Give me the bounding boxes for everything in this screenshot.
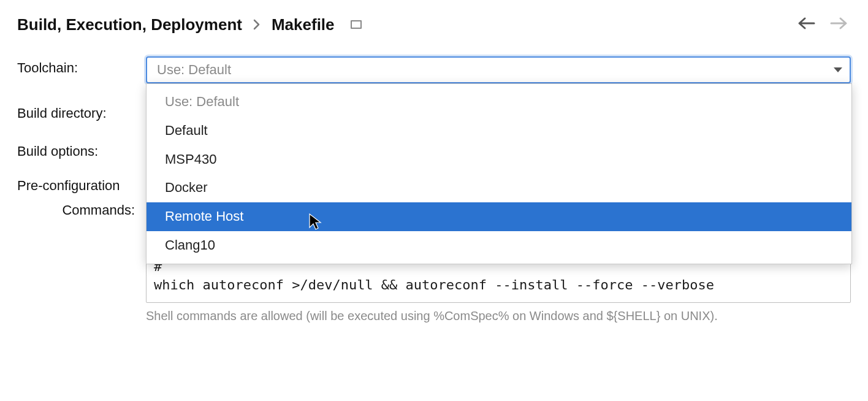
build-directory-label: Build directory: bbox=[17, 102, 146, 121]
toolchain-label: Toolchain: bbox=[17, 56, 146, 76]
build-options-label: Build options: bbox=[17, 140, 146, 159]
chevron-down-icon bbox=[834, 67, 842, 72]
toolchain-dropdown: Use: Default Default MSP430 Docker Remot… bbox=[146, 83, 852, 264]
chevron-right-icon bbox=[253, 19, 261, 30]
dropdown-option-msp430[interactable]: MSP430 bbox=[147, 145, 851, 174]
back-arrow-icon[interactable] bbox=[797, 15, 815, 34]
dropdown-option-use-default[interactable]: Use: Default bbox=[147, 88, 851, 116]
pre-configuration-label: Pre-configuration bbox=[17, 178, 120, 194]
window-icon bbox=[351, 20, 362, 29]
commands-hint: Shell commands are allowed (will be exec… bbox=[146, 309, 851, 323]
dropdown-option-clang10[interactable]: Clang10 bbox=[147, 231, 851, 260]
toolchain-select[interactable]: Use: Default bbox=[146, 56, 851, 83]
forward-arrow-icon bbox=[830, 15, 848, 34]
dropdown-option-remote-host[interactable]: Remote Host bbox=[147, 202, 851, 231]
breadcrumb-parent[interactable]: Build, Execution, Deployment bbox=[17, 15, 242, 34]
toolchain-row: Toolchain: Use: Default Use: Default Def… bbox=[17, 56, 851, 83]
breadcrumb: Build, Execution, Deployment Makefile bbox=[17, 15, 362, 34]
dropdown-option-default[interactable]: Default bbox=[147, 116, 851, 145]
toolchain-selected-value: Use: Default bbox=[157, 62, 231, 78]
commands-label: Commands: bbox=[17, 199, 146, 218]
header: Build, Execution, Deployment Makefile bbox=[17, 15, 851, 34]
nav-arrows bbox=[797, 15, 851, 34]
dropdown-option-docker[interactable]: Docker bbox=[147, 174, 851, 202]
breadcrumb-current: Makefile bbox=[272, 15, 335, 34]
